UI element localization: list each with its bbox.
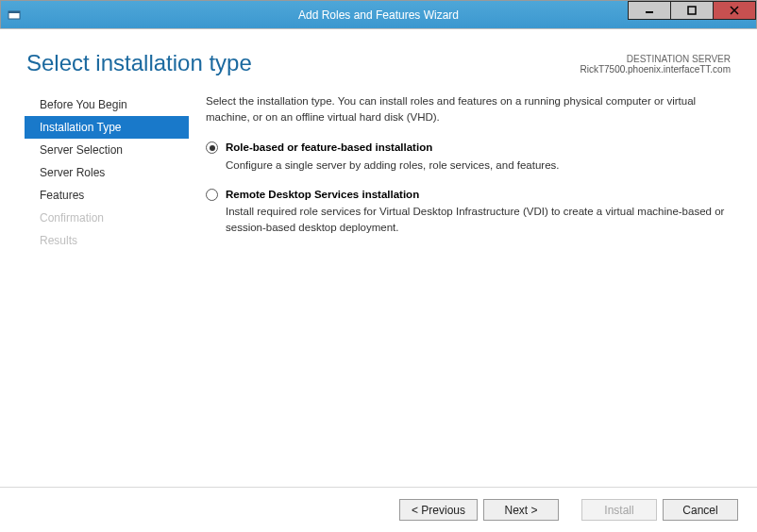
radio-rds[interactable] [206,189,218,201]
main-panel: Select the installation type. You can in… [189,93,757,252]
titlebar[interactable]: Add Roles and Features Wizard [1,1,756,29]
install-button: Install [581,499,657,521]
footer: < Previous Next > Install Cancel [0,487,757,532]
nav-before-you-begin[interactable]: Before You Begin [28,93,189,116]
nav-server-roles[interactable]: Server Roles [28,161,189,184]
window-controls [629,1,756,29]
radio-role-based[interactable] [206,141,218,154]
app-icon [7,8,22,23]
option-title: Role-based or feature-based installation [226,140,731,156]
nav-server-selection[interactable]: Server Selection [28,139,189,161]
next-button[interactable]: Next > [483,499,559,521]
intro-text: Select the installation type. You can in… [206,93,731,125]
wizard-nav: Before You Begin Installation Type Serve… [0,93,189,252]
page-title: Select installation type [26,50,252,76]
destination-value: RickT7500.phoenix.interfaceTT.com [580,64,731,75]
option-title: Remote Desktop Services installation [226,187,731,203]
maximize-button[interactable] [670,1,714,20]
option-desc: Configure a single server by adding role… [226,158,731,174]
nav-results: Results [28,229,189,252]
cancel-button[interactable]: Cancel [663,499,738,521]
nav-confirmation: Confirmation [28,207,189,229]
destination-label: DESTINATION SERVER [580,54,731,64]
destination-server: DESTINATION SERVER RickT7500.phoenix.int… [580,50,731,76]
option-role-based[interactable]: Role-based or feature-based installation… [206,140,731,173]
previous-button[interactable]: < Previous [399,499,478,521]
nav-features[interactable]: Features [28,184,189,207]
nav-installation-type[interactable]: Installation Type [25,116,189,139]
option-desc: Install required role services for Virtu… [226,204,731,235]
option-rds[interactable]: Remote Desktop Services installation Ins… [206,187,731,236]
minimize-button[interactable] [628,1,671,20]
svg-rect-3 [688,7,696,14]
svg-rect-1 [8,11,20,13]
close-button[interactable] [713,1,756,20]
